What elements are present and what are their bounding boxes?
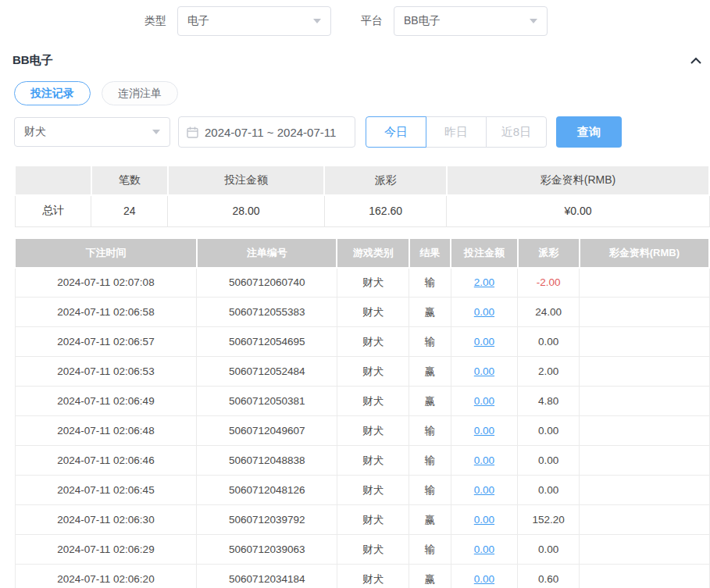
order-number-cell: 5060712055383 xyxy=(197,298,337,327)
last-8-days-button[interactable]: 近8日 xyxy=(486,116,547,148)
order-number-cell: 5060712052484 xyxy=(197,357,337,387)
summary-header-count: 笔数 xyxy=(91,166,168,195)
today-button[interactable]: 今日 xyxy=(366,116,426,148)
bet-time-cell: 2024-07-11 02:07:08 xyxy=(15,268,197,298)
bet-amount-link[interactable]: 0.00 xyxy=(474,365,494,377)
payout-cell: 152.20 xyxy=(518,505,580,535)
bet-time-cell: 2024-07-11 02:06:30 xyxy=(15,505,197,535)
tab-bet-records[interactable]: 投注记录 xyxy=(14,81,91,105)
platform-select-value: BB电子 xyxy=(404,14,441,28)
type-select[interactable]: 电子 xyxy=(177,6,331,36)
summary-table: 笔数 投注金额 派彩 彩金资料(RMB) 总计 24 28.00 162.60 … xyxy=(14,165,710,227)
payout-cell: 0.00 xyxy=(518,446,580,476)
type-label: 类型 xyxy=(144,14,166,28)
game-select-value: 财犬 xyxy=(24,125,46,139)
payout-cell: 0.00 xyxy=(518,327,580,357)
game-select[interactable]: 财犬 xyxy=(14,117,170,147)
bet-amount-cell: 0.00 xyxy=(451,327,517,357)
bet-amount-link[interactable]: 2.00 xyxy=(474,276,494,288)
summary-header-bonus: 彩金资料(RMB) xyxy=(447,166,709,195)
result-cell: 输 xyxy=(409,416,451,446)
bet-time-cell: 2024-07-11 02:06:57 xyxy=(15,327,197,357)
bonus-cell xyxy=(580,298,709,327)
result-cell: 赢 xyxy=(409,357,451,387)
bet-amount-link[interactable]: 0.00 xyxy=(474,306,494,318)
result-cell: 赢 xyxy=(409,565,451,588)
platform-select[interactable]: BB电子 xyxy=(394,6,548,36)
tab-cancelled-orders[interactable]: 连消注单 xyxy=(102,81,178,105)
header-result: 结果 xyxy=(409,238,451,268)
table-row: 2024-07-11 02:06:585060712055383财犬赢0.002… xyxy=(15,298,709,327)
header-order-number: 注单编号 xyxy=(197,238,337,268)
summary-header-payout: 派彩 xyxy=(324,166,446,195)
summary-total-count: 24 xyxy=(91,195,168,226)
payout-cell: 0.60 xyxy=(518,565,580,588)
bet-amount-cell: 2.00 xyxy=(451,268,517,298)
summary-header-row: 笔数 投注金额 派彩 彩金资料(RMB) xyxy=(15,166,709,195)
date-range-input[interactable]: 2024-07-11 ~ 2024-07-11 xyxy=(178,116,355,148)
bet-time-cell: 2024-07-11 02:06:20 xyxy=(15,565,197,588)
bet-amount-link[interactable]: 0.00 xyxy=(474,484,494,496)
bet-amount-cell: 0.00 xyxy=(451,298,517,327)
date-range-value: 2024-07-11 ~ 2024-07-11 xyxy=(205,126,336,139)
result-cell: 输 xyxy=(409,476,451,505)
table-row: 2024-07-11 02:06:465060712048838财犬输0.000… xyxy=(15,446,709,476)
result-cell: 输 xyxy=(409,268,451,298)
type-select-value: 电子 xyxy=(187,14,209,28)
tab-cancelled-orders-label: 连消注单 xyxy=(118,87,162,101)
order-number-cell: 5060712048126 xyxy=(197,476,337,505)
bonus-cell xyxy=(580,535,709,565)
game-type-cell: 财犬 xyxy=(337,327,409,357)
bonus-cell xyxy=(580,268,709,298)
header-bonus: 彩金资料(RMB) xyxy=(580,238,709,268)
bonus-cell xyxy=(580,357,709,387)
bet-amount-cell: 0.00 xyxy=(451,357,517,387)
chevron-down-icon xyxy=(313,19,321,23)
table-row: 2024-07-11 02:06:575060712054695财犬输0.000… xyxy=(15,327,709,357)
platform-field-group: 平台 BB电子 xyxy=(361,6,548,36)
bonus-cell xyxy=(580,416,709,446)
tabs-row: 投注记录 连消注单 xyxy=(14,81,710,105)
quick-date-button-group: 今日 昨日 近8日 xyxy=(366,116,547,148)
order-number-cell: 5060712050381 xyxy=(197,387,337,416)
bet-amount-cell: 0.00 xyxy=(451,446,517,476)
section-header: BB电子 xyxy=(0,37,710,68)
bet-amount-link[interactable]: 0.00 xyxy=(474,543,494,555)
order-number-cell: 5060712060740 xyxy=(197,268,337,298)
header-game-type: 游戏类别 xyxy=(337,238,409,268)
payout-cell: 0.00 xyxy=(518,416,580,446)
bet-amount-link[interactable]: 0.00 xyxy=(474,514,494,526)
top-filter-row: 类型 电子 平台 BB电子 xyxy=(0,0,710,37)
bet-amount-link[interactable]: 0.00 xyxy=(474,336,494,347)
chevron-up-icon[interactable] xyxy=(690,56,702,66)
summary-total-payout: 162.60 xyxy=(324,195,446,226)
result-cell: 输 xyxy=(409,327,451,357)
bet-amount-link[interactable]: 0.00 xyxy=(474,573,494,585)
bet-time-cell: 2024-07-11 02:06:29 xyxy=(15,535,197,565)
bet-time-cell: 2024-07-11 02:06:49 xyxy=(15,387,197,416)
bonus-cell xyxy=(580,327,709,357)
bet-amount-link[interactable]: 0.00 xyxy=(474,395,494,407)
bonus-cell xyxy=(580,476,709,505)
payout-cell: 24.00 xyxy=(518,298,580,327)
payout-cell: 2.00 xyxy=(518,357,580,387)
bonus-cell xyxy=(580,446,709,476)
order-number-cell: 5060712049607 xyxy=(197,416,337,446)
table-row: 2024-07-11 02:06:205060712034184财犬赢0.000… xyxy=(15,565,709,588)
table-row: 2024-07-11 02:06:305060712039792财犬赢0.001… xyxy=(15,505,709,535)
game-type-cell: 财犬 xyxy=(337,357,409,387)
type-field-group: 类型 电子 xyxy=(144,6,331,36)
bet-time-cell: 2024-07-11 02:06:48 xyxy=(15,416,197,446)
tab-bet-records-label: 投注记录 xyxy=(30,87,74,101)
search-button[interactable]: 查询 xyxy=(556,116,622,148)
summary-total-label: 总计 xyxy=(15,195,91,226)
bet-amount-link[interactable]: 0.00 xyxy=(474,454,494,466)
header-bet-time: 下注时间 xyxy=(15,238,197,268)
bet-time-cell: 2024-07-11 02:06:58 xyxy=(15,298,197,327)
result-cell: 输 xyxy=(409,535,451,565)
yesterday-button[interactable]: 昨日 xyxy=(426,116,487,148)
bet-amount-link[interactable]: 0.00 xyxy=(474,425,494,437)
bet-amount-cell: 0.00 xyxy=(451,505,517,535)
summary-total-bonus: ¥0.00 xyxy=(447,195,709,226)
chevron-down-icon xyxy=(530,19,537,23)
